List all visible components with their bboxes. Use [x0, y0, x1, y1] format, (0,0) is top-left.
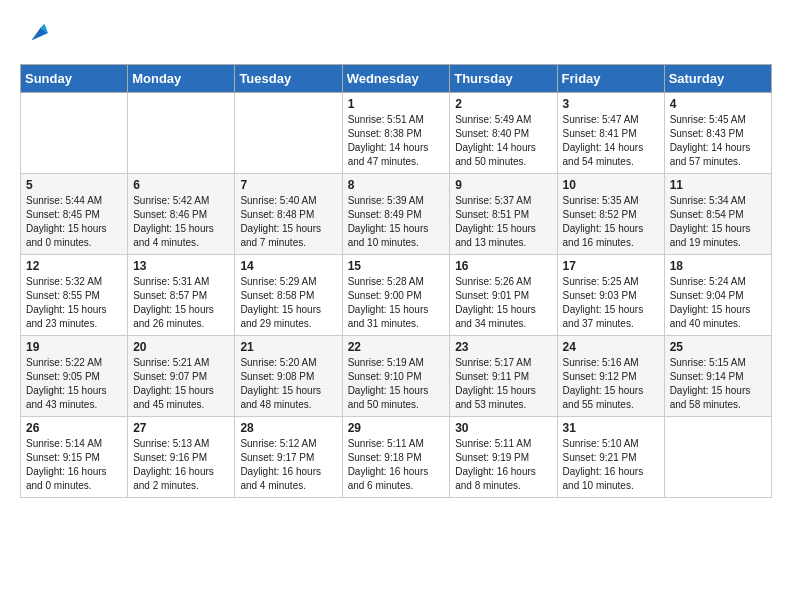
calendar-cell: 23Sunrise: 5:17 AM Sunset: 9:11 PM Dayli…: [450, 336, 557, 417]
calendar-header-saturday: Saturday: [664, 65, 771, 93]
day-info: Sunrise: 5:15 AM Sunset: 9:14 PM Dayligh…: [670, 357, 751, 410]
calendar-cell: [21, 93, 128, 174]
day-info: Sunrise: 5:35 AM Sunset: 8:52 PM Dayligh…: [563, 195, 644, 248]
day-number: 30: [455, 421, 551, 435]
day-number: 6: [133, 178, 229, 192]
calendar-cell: 19Sunrise: 5:22 AM Sunset: 9:05 PM Dayli…: [21, 336, 128, 417]
day-info: Sunrise: 5:10 AM Sunset: 9:21 PM Dayligh…: [563, 438, 644, 491]
calendar-cell: 9Sunrise: 5:37 AM Sunset: 8:51 PM Daylig…: [450, 174, 557, 255]
day-number: 22: [348, 340, 445, 354]
day-number: 18: [670, 259, 766, 273]
calendar-header-thursday: Thursday: [450, 65, 557, 93]
day-number: 4: [670, 97, 766, 111]
calendar-week-row: 1Sunrise: 5:51 AM Sunset: 8:38 PM Daylig…: [21, 93, 772, 174]
day-info: Sunrise: 5:39 AM Sunset: 8:49 PM Dayligh…: [348, 195, 429, 248]
day-info: Sunrise: 5:22 AM Sunset: 9:05 PM Dayligh…: [26, 357, 107, 410]
logo: [20, 20, 50, 48]
day-number: 8: [348, 178, 445, 192]
day-info: Sunrise: 5:37 AM Sunset: 8:51 PM Dayligh…: [455, 195, 536, 248]
day-number: 11: [670, 178, 766, 192]
calendar-cell: [235, 93, 342, 174]
day-info: Sunrise: 5:44 AM Sunset: 8:45 PM Dayligh…: [26, 195, 107, 248]
day-info: Sunrise: 5:45 AM Sunset: 8:43 PM Dayligh…: [670, 114, 751, 167]
calendar-cell: 29Sunrise: 5:11 AM Sunset: 9:18 PM Dayli…: [342, 417, 450, 498]
day-info: Sunrise: 5:11 AM Sunset: 9:18 PM Dayligh…: [348, 438, 429, 491]
calendar-cell: 22Sunrise: 5:19 AM Sunset: 9:10 PM Dayli…: [342, 336, 450, 417]
day-number: 15: [348, 259, 445, 273]
day-info: Sunrise: 5:20 AM Sunset: 9:08 PM Dayligh…: [240, 357, 321, 410]
day-number: 12: [26, 259, 122, 273]
calendar-cell: 7Sunrise: 5:40 AM Sunset: 8:48 PM Daylig…: [235, 174, 342, 255]
day-info: Sunrise: 5:34 AM Sunset: 8:54 PM Dayligh…: [670, 195, 751, 248]
day-number: 26: [26, 421, 122, 435]
day-number: 7: [240, 178, 336, 192]
logo-icon: [22, 20, 50, 48]
calendar-cell: 2Sunrise: 5:49 AM Sunset: 8:40 PM Daylig…: [450, 93, 557, 174]
day-info: Sunrise: 5:49 AM Sunset: 8:40 PM Dayligh…: [455, 114, 536, 167]
day-info: Sunrise: 5:24 AM Sunset: 9:04 PM Dayligh…: [670, 276, 751, 329]
day-info: Sunrise: 5:14 AM Sunset: 9:15 PM Dayligh…: [26, 438, 107, 491]
calendar-cell: 6Sunrise: 5:42 AM Sunset: 8:46 PM Daylig…: [128, 174, 235, 255]
day-number: 23: [455, 340, 551, 354]
day-number: 20: [133, 340, 229, 354]
calendar-cell: 17Sunrise: 5:25 AM Sunset: 9:03 PM Dayli…: [557, 255, 664, 336]
calendar-cell: [128, 93, 235, 174]
calendar-cell: 4Sunrise: 5:45 AM Sunset: 8:43 PM Daylig…: [664, 93, 771, 174]
calendar-cell: 12Sunrise: 5:32 AM Sunset: 8:55 PM Dayli…: [21, 255, 128, 336]
day-number: 16: [455, 259, 551, 273]
day-number: 29: [348, 421, 445, 435]
calendar-header-row: SundayMondayTuesdayWednesdayThursdayFrid…: [21, 65, 772, 93]
day-number: 19: [26, 340, 122, 354]
day-info: Sunrise: 5:11 AM Sunset: 9:19 PM Dayligh…: [455, 438, 536, 491]
day-number: 14: [240, 259, 336, 273]
day-number: 21: [240, 340, 336, 354]
calendar-week-row: 19Sunrise: 5:22 AM Sunset: 9:05 PM Dayli…: [21, 336, 772, 417]
calendar-cell: [664, 417, 771, 498]
calendar-header-monday: Monday: [128, 65, 235, 93]
calendar-cell: 24Sunrise: 5:16 AM Sunset: 9:12 PM Dayli…: [557, 336, 664, 417]
calendar-cell: 13Sunrise: 5:31 AM Sunset: 8:57 PM Dayli…: [128, 255, 235, 336]
calendar-cell: 25Sunrise: 5:15 AM Sunset: 9:14 PM Dayli…: [664, 336, 771, 417]
calendar-cell: 28Sunrise: 5:12 AM Sunset: 9:17 PM Dayli…: [235, 417, 342, 498]
day-number: 31: [563, 421, 659, 435]
calendar-cell: 5Sunrise: 5:44 AM Sunset: 8:45 PM Daylig…: [21, 174, 128, 255]
day-number: 10: [563, 178, 659, 192]
calendar-cell: 21Sunrise: 5:20 AM Sunset: 9:08 PM Dayli…: [235, 336, 342, 417]
calendar-cell: 14Sunrise: 5:29 AM Sunset: 8:58 PM Dayli…: [235, 255, 342, 336]
day-info: Sunrise: 5:42 AM Sunset: 8:46 PM Dayligh…: [133, 195, 214, 248]
day-info: Sunrise: 5:29 AM Sunset: 8:58 PM Dayligh…: [240, 276, 321, 329]
calendar-cell: 26Sunrise: 5:14 AM Sunset: 9:15 PM Dayli…: [21, 417, 128, 498]
day-number: 17: [563, 259, 659, 273]
calendar-cell: 11Sunrise: 5:34 AM Sunset: 8:54 PM Dayli…: [664, 174, 771, 255]
day-number: 13: [133, 259, 229, 273]
calendar-header-wednesday: Wednesday: [342, 65, 450, 93]
calendar-cell: 20Sunrise: 5:21 AM Sunset: 9:07 PM Dayli…: [128, 336, 235, 417]
calendar-cell: 1Sunrise: 5:51 AM Sunset: 8:38 PM Daylig…: [342, 93, 450, 174]
day-info: Sunrise: 5:32 AM Sunset: 8:55 PM Dayligh…: [26, 276, 107, 329]
calendar-week-row: 5Sunrise: 5:44 AM Sunset: 8:45 PM Daylig…: [21, 174, 772, 255]
day-info: Sunrise: 5:12 AM Sunset: 9:17 PM Dayligh…: [240, 438, 321, 491]
calendar-cell: 8Sunrise: 5:39 AM Sunset: 8:49 PM Daylig…: [342, 174, 450, 255]
calendar-cell: 16Sunrise: 5:26 AM Sunset: 9:01 PM Dayli…: [450, 255, 557, 336]
calendar-cell: 31Sunrise: 5:10 AM Sunset: 9:21 PM Dayli…: [557, 417, 664, 498]
day-info: Sunrise: 5:28 AM Sunset: 9:00 PM Dayligh…: [348, 276, 429, 329]
day-info: Sunrise: 5:17 AM Sunset: 9:11 PM Dayligh…: [455, 357, 536, 410]
calendar-cell: 30Sunrise: 5:11 AM Sunset: 9:19 PM Dayli…: [450, 417, 557, 498]
day-info: Sunrise: 5:26 AM Sunset: 9:01 PM Dayligh…: [455, 276, 536, 329]
calendar-cell: 3Sunrise: 5:47 AM Sunset: 8:41 PM Daylig…: [557, 93, 664, 174]
calendar-cell: 15Sunrise: 5:28 AM Sunset: 9:00 PM Dayli…: [342, 255, 450, 336]
day-info: Sunrise: 5:19 AM Sunset: 9:10 PM Dayligh…: [348, 357, 429, 410]
calendar-cell: 18Sunrise: 5:24 AM Sunset: 9:04 PM Dayli…: [664, 255, 771, 336]
day-number: 24: [563, 340, 659, 354]
day-info: Sunrise: 5:13 AM Sunset: 9:16 PM Dayligh…: [133, 438, 214, 491]
day-info: Sunrise: 5:25 AM Sunset: 9:03 PM Dayligh…: [563, 276, 644, 329]
day-info: Sunrise: 5:40 AM Sunset: 8:48 PM Dayligh…: [240, 195, 321, 248]
day-info: Sunrise: 5:21 AM Sunset: 9:07 PM Dayligh…: [133, 357, 214, 410]
day-number: 1: [348, 97, 445, 111]
day-number: 3: [563, 97, 659, 111]
calendar-header-tuesday: Tuesday: [235, 65, 342, 93]
day-number: 25: [670, 340, 766, 354]
calendar-header-sunday: Sunday: [21, 65, 128, 93]
page-header: [20, 20, 772, 48]
day-number: 2: [455, 97, 551, 111]
